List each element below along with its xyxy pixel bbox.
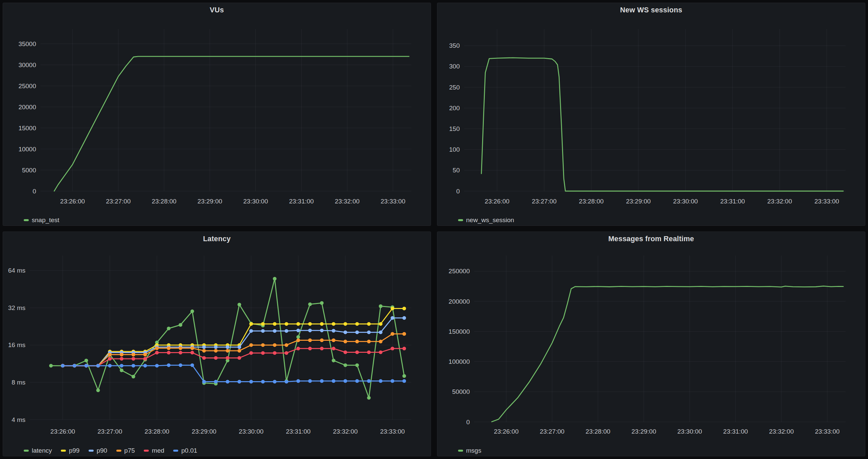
legend-item-med[interactable]: med <box>144 446 164 455</box>
x-axis-tick-label: 23:31:00 <box>723 428 748 435</box>
data-point-p99 <box>284 322 288 326</box>
legend-item-new_ws_session[interactable]: new_ws_session <box>458 216 514 225</box>
panel-title[interactable]: Latency <box>3 232 431 246</box>
data-point-p0.01 <box>167 363 170 367</box>
data-point-med <box>120 357 123 361</box>
data-point-p99 <box>249 322 253 326</box>
data-point-latency <box>191 309 194 313</box>
data-point-p90 <box>343 330 347 334</box>
legend: snap_test <box>3 214 431 226</box>
data-point-p0.01 <box>391 379 394 383</box>
data-point-p0.01 <box>131 364 135 367</box>
data-point-p75 <box>238 349 241 353</box>
data-point-p75 <box>202 349 206 353</box>
x-axis-tick-label: 23:30:00 <box>673 198 698 205</box>
data-point-p0.01 <box>379 379 382 383</box>
x-axis-tick-label: 23:26:00 <box>60 198 85 205</box>
data-point-p0.01 <box>249 380 253 384</box>
data-point-p90 <box>273 329 277 333</box>
legend-item-label: p90 <box>97 447 107 454</box>
y-axis-tick-label: 0 <box>456 188 460 195</box>
legend-item-msgs[interactable]: msgs <box>458 446 481 455</box>
data-point-med <box>284 351 288 355</box>
y-axis-tick-label: 25000 <box>19 83 36 90</box>
x-axis-tick-label: 23:33:00 <box>380 428 405 435</box>
x-axis-tick-label: 23:30:00 <box>239 428 264 435</box>
data-point-p75 <box>167 347 170 350</box>
data-point-p99 <box>332 322 335 326</box>
data-point-p0.01 <box>108 364 112 367</box>
panel-title[interactable]: VUs <box>3 3 431 17</box>
data-point-latency <box>131 375 135 379</box>
data-point-p90 <box>391 316 394 320</box>
data-point-latency <box>238 303 241 306</box>
legend-item-snap_test[interactable]: snap_test <box>24 216 59 225</box>
x-axis-tick-label: 23:31:00 <box>289 198 314 205</box>
legend-item-p99[interactable]: p99 <box>61 446 80 455</box>
data-point-med <box>131 357 135 361</box>
data-point-p99 <box>343 322 347 326</box>
data-point-p0.01 <box>85 364 88 367</box>
data-point-latency <box>308 302 312 306</box>
chart-area-new-ws-sessions[interactable]: 23:26:0023:27:0023:28:0023:29:0023:30:00… <box>437 17 865 214</box>
panel-messages-from-realtime: Messages from Realtime 23:26:0023:27:002… <box>437 231 865 456</box>
data-point-med <box>391 347 394 351</box>
data-point-p75 <box>261 343 265 347</box>
series-p0.01 <box>61 363 406 384</box>
chart-area-latency[interactable]: 23:26:0023:27:0023:28:0023:29:0023:30:00… <box>3 246 431 445</box>
x-axis-tick-label: 23:33:00 <box>814 198 839 205</box>
series-line-p0.01 <box>63 365 404 382</box>
data-point-p90 <box>226 346 229 349</box>
y-axis-tick-label: 100000 <box>449 358 470 365</box>
x-axis-tick-label: 23:30:00 <box>243 198 268 205</box>
data-point-p75 <box>343 340 347 343</box>
data-point-p90 <box>379 330 382 334</box>
x-axis-tick-label: 23:26:00 <box>494 428 519 435</box>
y-axis-tick-label: 32 ms <box>8 304 25 312</box>
legend-item-p0.01[interactable]: p0.01 <box>173 446 197 455</box>
data-point-p75 <box>367 340 371 343</box>
data-point-latency <box>120 368 123 372</box>
data-point-p99 <box>320 322 324 326</box>
x-axis-tick-label: 23:28:00 <box>152 198 177 205</box>
data-point-p99 <box>367 322 371 326</box>
legend-swatch-icon <box>458 219 463 221</box>
legend-item-p75[interactable]: p75 <box>116 446 135 455</box>
data-point-latency <box>179 323 182 327</box>
y-axis-tick-label: 100 <box>449 146 460 153</box>
data-point-latency <box>332 359 335 362</box>
y-axis-tick-label: 250 <box>449 84 460 91</box>
chart-area-vus[interactable]: 23:26:0023:27:0023:28:0023:29:0023:30:00… <box>3 17 431 214</box>
panel-title[interactable]: New WS sessions <box>437 3 865 17</box>
data-point-latency <box>96 389 100 392</box>
data-point-p0.01 <box>355 379 359 383</box>
y-axis-tick-label: 350 <box>449 42 460 49</box>
x-axis-tick-label: 23:29:00 <box>197 198 222 205</box>
series-line-snap_test <box>54 57 409 191</box>
data-point-p0.01 <box>238 380 241 384</box>
panel-title[interactable]: Messages from Realtime <box>437 232 865 246</box>
legend-swatch-icon <box>61 450 66 452</box>
y-axis-tick-label: 64 ms <box>8 267 25 274</box>
data-point-latency <box>355 363 359 367</box>
legend-item-latency[interactable]: latency <box>24 446 52 455</box>
data-point-latency <box>367 396 371 399</box>
panel-vus: VUs 23:26:0023:27:0023:28:0023:29:0023:3… <box>3 3 431 226</box>
legend-item-p90[interactable]: p90 <box>89 446 107 455</box>
data-point-med <box>191 351 194 355</box>
data-point-latency <box>402 374 406 378</box>
grid <box>464 29 846 191</box>
legend-item-label: latency <box>32 447 52 454</box>
data-point-med <box>202 356 206 360</box>
series-snap_test <box>54 57 409 191</box>
legend: latencyp99p90p75medp0.01 <box>3 445 431 456</box>
chart-area-messages[interactable]: 23:26:0023:27:0023:28:0023:29:0023:30:00… <box>437 246 865 445</box>
legend-swatch-icon <box>173 450 178 452</box>
data-point-p75 <box>108 353 112 356</box>
x-axis-tick-label: 23:32:00 <box>767 198 792 205</box>
data-point-p90 <box>367 330 371 334</box>
data-point-med <box>273 351 277 355</box>
data-point-p0.01 <box>284 380 288 384</box>
legend-item-label: p99 <box>69 447 80 454</box>
data-point-p90 <box>320 329 324 332</box>
